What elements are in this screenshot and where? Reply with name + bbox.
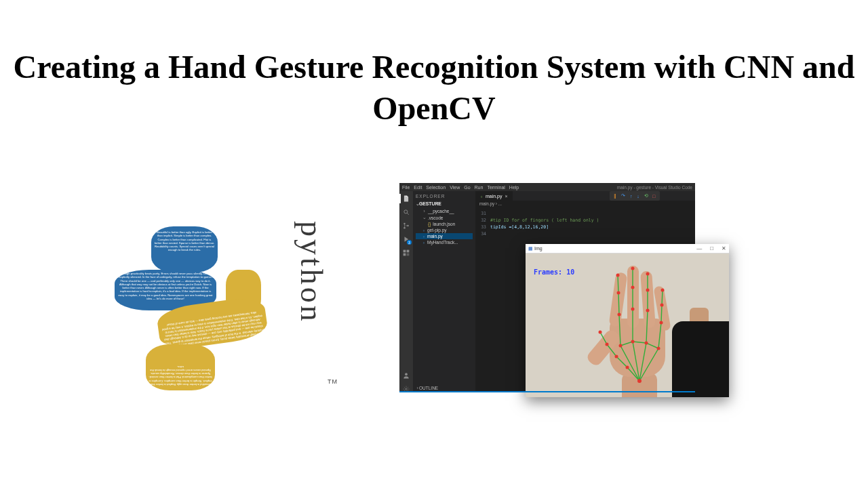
svg-point-24 [646,309,650,312]
debug-badge: 3 [407,240,412,245]
explorer-icon[interactable] [403,195,410,202]
extensions-icon[interactable] [403,249,410,256]
close-icon[interactable]: × [505,194,508,199]
svg-point-20 [631,308,635,311]
search-icon[interactable] [403,209,410,216]
svg-point-22 [631,267,635,270]
tab-bar: ⬨ main.py × [475,191,695,201]
explorer-title: EXPLORER [416,194,473,199]
code-editor[interactable]: #tip ID for of fingers ( left hand only … [490,210,693,237]
step-out-icon[interactable]: ↓ [637,194,639,199]
zen-text-bottom: Beautiful is better than ugly. Explicit … [149,365,212,387]
imgwin-app-icon: ▦ [528,246,533,251]
pause-icon[interactable]: ‖ [614,193,616,199]
step-into-icon[interactable]: ↑ [630,194,633,199]
trademark-label: TM [328,378,338,385]
svg-point-17 [617,291,620,295]
breadcrumb[interactable]: main.py › ... [475,201,695,207]
workspace-root[interactable]: ⌄GESTURE [416,201,473,207]
svg-point-19 [631,340,635,344]
tree-get-pip[interactable]: ⬨get-pip.py [416,227,473,233]
logo-blob-yellow-bottom: Beautiful is better than ugly. Explicit … [146,344,215,390]
menu-go[interactable]: Go [464,185,470,190]
svg-point-25 [646,289,650,292]
svg-point-1 [403,223,406,225]
close-icon[interactable]: ✕ [722,245,726,251]
window-title: main.py - gesture - Visual Studio Code [617,185,692,190]
hand-graphic [585,266,694,394]
svg-point-26 [646,272,650,276]
zen-text-top: Beautiful is better than ugly. Explicit … [154,230,215,252]
line-gutter: 31 32 33 34 [475,210,489,237]
python-file-icon: ⬨ [480,194,483,199]
svg-point-13 [606,343,609,346]
code-line-assign: tipIds =[4,8,12,16,20] [490,224,549,230]
menu-terminal[interactable]: Terminal [487,185,505,190]
account-icon[interactable] [403,372,410,379]
run-debug-icon[interactable]: 3 [403,236,410,243]
imgwin-body: Frames: 10 [526,253,729,397]
menu-edit[interactable]: Edit [414,185,422,190]
restart-icon[interactable]: ⟲ [644,193,648,199]
menu-help[interactable]: Help [509,185,519,190]
frames-counter: Frames: 10 [534,268,574,276]
vscode-menubar: File Edit Selection View Go Run Terminal… [399,183,695,191]
tab-main-py[interactable]: ⬨ main.py × [475,191,513,201]
svg-point-12 [615,355,618,359]
tree-pycache[interactable]: ›__pycache__ [416,208,473,214]
menu-view[interactable]: View [450,185,460,190]
python-wordmark: python [294,221,330,324]
svg-point-11 [626,366,629,369]
svg-rect-4 [403,250,406,253]
svg-point-16 [618,313,621,317]
status-bar [399,391,695,392]
python-logo: Beautiful is better than ugly. Explicit … [112,202,349,378]
debug-toolbar[interactable]: ‖ ↷ ↑ ↓ ⟲ □ [610,191,660,201]
logo-blob-blue-top: Beautiful is better than ugly. Explicit … [151,226,218,272]
svg-point-18 [616,274,620,277]
svg-point-21 [631,286,635,289]
svg-point-10 [637,379,642,383]
explorer-panel: EXPLORER ⌄GESTURE ›__pycache__ ⌄.vscode … [413,191,475,392]
vscode-window: File Edit Selection View Go Run Terminal… [399,183,695,392]
tree-handtrack[interactable]: ⬨MyHandTrack... [416,239,473,245]
opencv-output-window: ▦ Img — □ ✕ [526,244,729,397]
zen-text-mid: Although practicality beats purity. Erro… [117,272,214,300]
svg-rect-6 [403,253,406,256]
svg-point-3 [407,225,409,227]
maximize-icon[interactable]: □ [710,245,713,251]
graphics-row: Beautiful is better than ugly. Explicit … [0,183,868,393]
python-logo-shapes: Beautiful is better than ugly. Explicit … [112,202,268,371]
svg-point-28 [660,321,663,325]
svg-point-2 [403,227,406,229]
minimize-icon[interactable]: — [696,245,702,251]
svg-point-9 [406,388,408,390]
svg-point-14 [599,331,602,334]
tab-label: main.py [486,194,502,199]
zen-text-mid2: Although practicality beats purity. Erro… [161,310,267,350]
svg-rect-7 [407,253,410,256]
tree-launch-json[interactable]: {}launch.json [416,221,473,227]
outline-section[interactable]: ›OUTLINE [416,386,473,390]
menu-run[interactable]: Run [475,185,484,190]
svg-point-23 [645,342,648,345]
svg-point-27 [657,347,660,350]
tree-main-py[interactable]: ⬨main.py [416,233,473,239]
menu-selection[interactable]: Selection [426,185,446,190]
code-line-comment: #tip ID for of fingers ( left hand only … [490,217,693,224]
step-over-icon[interactable]: ↷ [621,193,625,199]
imgwin-titlebar[interactable]: ▦ Img — □ ✕ [526,244,729,253]
editor-area: ⬨ main.py × main.py › ... 31 32 33 34 #t… [475,191,695,392]
menu-file[interactable]: File [402,185,410,190]
tree-vscode-folder[interactable]: ⌄.vscode [416,214,473,221]
page-title: Creating a Hand Gesture Recognition Syst… [0,46,868,129]
source-control-icon[interactable] [403,222,410,229]
activity-bar: 3 [399,191,413,392]
svg-point-8 [405,373,408,375]
svg-point-15 [619,344,623,348]
stop-icon[interactable]: □ [652,194,655,199]
svg-point-30 [661,289,665,292]
svg-point-29 [660,304,664,307]
hand-landmarks-overlay [585,266,694,394]
svg-point-0 [404,210,408,214]
